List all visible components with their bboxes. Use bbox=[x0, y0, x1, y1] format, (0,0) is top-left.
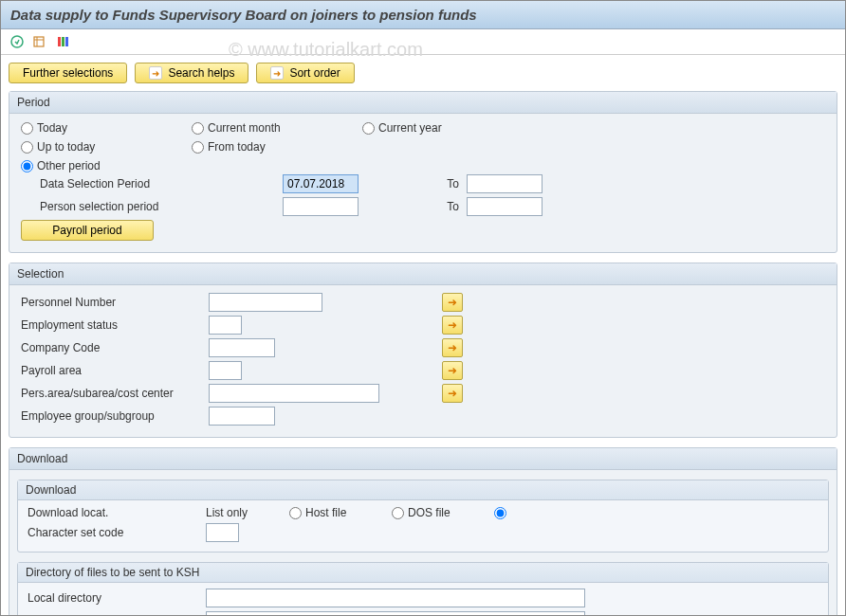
pers-area-more[interactable]: ➜ bbox=[442, 384, 463, 403]
list-only-label: List only bbox=[206, 506, 282, 519]
top-button-row: Further selections ➜ Search helps ➜ Sort… bbox=[9, 63, 837, 83]
page-title: Data supply to Funds Supervisory Board o… bbox=[1, 1, 845, 29]
employee-group-label: Employee group/subgroup bbox=[21, 409, 201, 423]
radio-dos-file-label: DOS file bbox=[408, 506, 451, 519]
radio-today-label: Today bbox=[37, 121, 67, 135]
arrow-right-icon: ➜ bbox=[270, 66, 284, 80]
directory-title: Directory of files to be sent to KSH bbox=[18, 563, 828, 583]
search-helps-button[interactable]: ➜ Search helps bbox=[135, 63, 248, 83]
further-selections-label: Further selections bbox=[23, 66, 113, 80]
radio-current-year-label: Current year bbox=[378, 121, 442, 135]
search-helps-label: Search helps bbox=[168, 66, 234, 80]
pers-area-input[interactable] bbox=[209, 384, 379, 403]
local-dir-label: Local directory bbox=[28, 591, 198, 605]
radio-dl-selected-input[interactable] bbox=[494, 507, 506, 519]
char-set-input[interactable] bbox=[206, 523, 239, 542]
company-code-more[interactable]: ➜ bbox=[442, 338, 463, 357]
radio-host-file-input[interactable] bbox=[289, 507, 302, 519]
sort-order-button[interactable]: ➜ Sort order bbox=[256, 63, 354, 83]
payroll-period-button[interactable]: Payroll period bbox=[21, 220, 154, 241]
char-set-label: Character set code bbox=[28, 526, 198, 539]
radio-current-month-label: Current month bbox=[208, 121, 281, 135]
download-title: Download bbox=[9, 448, 837, 470]
download-locat-label: Download locat. bbox=[28, 506, 198, 519]
local-dir-input[interactable] bbox=[206, 589, 585, 607]
personnel-number-input[interactable] bbox=[209, 293, 322, 312]
variant-icon[interactable] bbox=[31, 33, 48, 50]
selection-group: Selection Personnel Number ➜ Employment … bbox=[9, 263, 837, 438]
radio-dos-file[interactable]: DOS file bbox=[392, 506, 487, 519]
svg-rect-4 bbox=[65, 37, 68, 46]
radio-up-to-today[interactable]: Up to today bbox=[21, 140, 135, 154]
download-subtitle: Download bbox=[18, 480, 828, 500]
host-dir-input[interactable] bbox=[206, 611, 585, 616]
download-subgroup: Download Download locat. List only Host … bbox=[17, 480, 829, 553]
svg-rect-1 bbox=[34, 37, 44, 46]
person-selection-label: Person selection period bbox=[40, 200, 182, 213]
radio-current-year-input[interactable] bbox=[362, 122, 375, 135]
radio-dl-selected[interactable] bbox=[494, 507, 608, 519]
radio-from-today-input[interactable] bbox=[192, 141, 204, 154]
employment-status-more[interactable]: ➜ bbox=[442, 316, 463, 335]
app-toolbar bbox=[1, 29, 845, 55]
arrow-right-icon: ➜ bbox=[149, 66, 162, 80]
payroll-period-label: Payroll period bbox=[52, 224, 121, 237]
further-selections-button[interactable]: Further selections bbox=[9, 63, 127, 83]
data-selection-to[interactable] bbox=[467, 174, 543, 193]
radio-today[interactable]: Today bbox=[21, 121, 135, 135]
radio-current-month[interactable]: Current month bbox=[192, 121, 305, 135]
payroll-area-label: Payroll area bbox=[21, 364, 201, 377]
pers-area-label: Pers.area/subarea/cost center bbox=[21, 387, 201, 400]
radio-current-year[interactable]: Current year bbox=[362, 121, 476, 135]
data-selection-label: Data Selection Period bbox=[40, 177, 182, 190]
company-code-input[interactable] bbox=[209, 338, 275, 357]
personnel-number-more[interactable]: ➜ bbox=[442, 293, 463, 312]
radio-other-period-label: Other period bbox=[37, 159, 101, 172]
period-group: Period Today Current month Current year bbox=[9, 91, 837, 253]
radio-dos-file-input[interactable] bbox=[392, 507, 404, 519]
employment-status-label: Employment status bbox=[21, 318, 201, 332]
radio-up-to-today-input[interactable] bbox=[21, 141, 33, 154]
radio-today-input[interactable] bbox=[21, 122, 33, 135]
period-title: Period bbox=[9, 92, 837, 114]
download-group: Download Download Download locat. List o… bbox=[9, 447, 837, 616]
payroll-area-input[interactable] bbox=[209, 361, 242, 380]
employee-group-input[interactable] bbox=[209, 407, 275, 426]
radio-current-month-input[interactable] bbox=[192, 122, 204, 135]
svg-rect-3 bbox=[62, 37, 64, 46]
radio-other-period[interactable]: Other period bbox=[21, 159, 135, 172]
svg-point-0 bbox=[11, 36, 23, 47]
to-label-2: To bbox=[431, 200, 459, 213]
sort-order-label: Sort order bbox=[289, 66, 340, 80]
radio-up-to-today-label: Up to today bbox=[37, 140, 95, 154]
person-selection-to[interactable] bbox=[467, 197, 543, 216]
radio-host-file-label: Host file bbox=[305, 506, 346, 519]
directory-subgroup: Directory of files to be sent to KSH Loc… bbox=[17, 562, 829, 616]
employment-status-input[interactable] bbox=[209, 316, 242, 335]
radio-other-period-input[interactable] bbox=[21, 160, 33, 172]
radio-from-today[interactable]: From today bbox=[192, 140, 305, 154]
payroll-area-more[interactable]: ➜ bbox=[442, 361, 463, 380]
company-code-label: Company Code bbox=[21, 341, 201, 354]
data-selection-from[interactable] bbox=[283, 174, 359, 193]
radio-from-today-label: From today bbox=[208, 140, 266, 154]
execute-icon[interactable] bbox=[9, 33, 26, 50]
selection-title: Selection bbox=[9, 263, 837, 285]
personnel-number-label: Personnel Number bbox=[21, 296, 201, 309]
to-label-1: To bbox=[431, 177, 459, 190]
settings-icon[interactable] bbox=[54, 33, 71, 50]
person-selection-from[interactable] bbox=[283, 197, 359, 216]
svg-rect-2 bbox=[58, 37, 61, 46]
radio-host-file[interactable]: Host file bbox=[289, 506, 384, 519]
